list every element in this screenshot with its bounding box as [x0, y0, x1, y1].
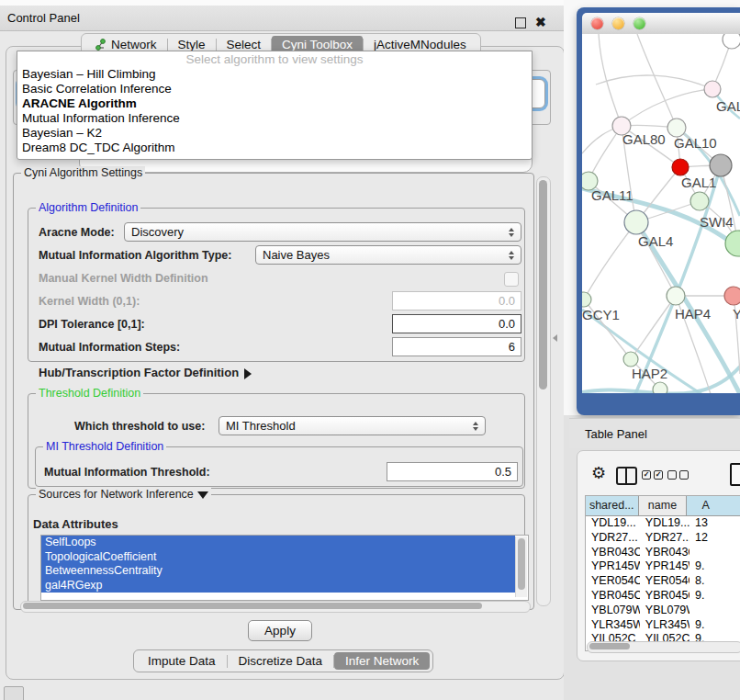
sources-legend[interactable]: Sources for Network Inference	[36, 488, 211, 501]
splitter-collapse-icon[interactable]	[553, 334, 557, 342]
kernel-width-input[interactable]: 0.0	[392, 291, 521, 310]
manual-kernel-width-checkbox[interactable]	[504, 272, 519, 287]
network-node[interactable]	[724, 287, 740, 305]
column-header[interactable]: A	[687, 496, 740, 515]
expander-arrow-icon	[244, 368, 252, 379]
mi-algorithm-type-select[interactable]: Naive Bayes	[255, 245, 521, 265]
network-node[interactable]	[653, 382, 667, 393]
table-row[interactable]: YBL079WYBL079W	[586, 604, 740, 618]
bottom-tab-infer-network[interactable]: Infer Network	[334, 652, 430, 670]
attribute-item[interactable]: gal4RGexp	[41, 579, 515, 593]
network-node[interactable]	[667, 287, 685, 305]
attribute-item[interactable]: SelfLoops	[41, 536, 515, 550]
algorithm-option[interactable]: ARACNE Algorithm	[17, 96, 532, 111]
table-cell: YBR045C	[640, 589, 690, 604]
network-node[interactable]	[667, 119, 686, 137]
network-node[interactable]	[723, 34, 740, 49]
table-row[interactable]: YPR145WYPR145W9.	[586, 559, 740, 574]
mi-threshold-input[interactable]: 0.5	[387, 462, 518, 481]
spinner-icon	[473, 422, 478, 431]
scrollbar-thumb[interactable]	[539, 180, 547, 390]
mi-steps-input[interactable]: 6	[392, 337, 521, 356]
scrollbar-thumb[interactable]	[589, 643, 630, 649]
mi-algorithm-type-label: Mutual Information Algorithm Type:	[39, 249, 231, 262]
columns-icon-divider	[625, 469, 627, 483]
table-row[interactable]: YBR045CYBR045C9.	[586, 589, 740, 604]
tab-label: Select	[227, 38, 262, 51]
scrollbar-thumb[interactable]	[518, 538, 525, 590]
network-node[interactable]	[624, 210, 648, 234]
table-row[interactable]: YDL19...YDL19...13	[586, 516, 740, 531]
document-icon[interactable]	[730, 463, 740, 486]
sources-legend-text: Sources for Network Inference	[39, 488, 194, 501]
columns-icon[interactable]	[616, 467, 637, 485]
node-attribute-table[interactable]: shared...nameA YDL19...YDL19...13YDR27..…	[585, 495, 740, 651]
data-attributes-label: Data Attributes	[33, 517, 118, 531]
table-row[interactable]: YDR27...YDR27...12	[586, 531, 740, 546]
attribute-item[interactable]: BetweennessCentrality	[41, 564, 515, 579]
checked-boxes-icon[interactable]: ✓✓	[642, 470, 663, 480]
node-label: GAL4	[638, 233, 673, 249]
node-label: Y	[733, 306, 740, 322]
zoom-traffic-light-icon[interactable]	[633, 17, 645, 29]
algorithm-option[interactable]: Basic Correlation Inference	[17, 82, 532, 96]
close-icon[interactable]: ✖	[535, 15, 546, 29]
dpi-tolerance-input[interactable]: 0.0	[392, 314, 521, 333]
algorithm-option[interactable]: Bayesian – K2	[17, 126, 532, 141]
algorithm-option[interactable]: Mutual Information Inference	[17, 111, 532, 126]
table-row[interactable]: YBR043CYBR043C	[586, 546, 740, 560]
tab-label: Network	[111, 38, 157, 51]
algorithm-option[interactable]: Bayesian – Hill Climbing	[17, 67, 532, 82]
table-horizontal-scrollbar[interactable]	[587, 641, 740, 653]
aracne-mode-select[interactable]: Discovery	[124, 222, 521, 242]
table-row[interactable]: YLR345WYLR345W9.	[586, 618, 740, 633]
apply-button[interactable]: Apply	[248, 620, 312, 641]
data-attributes-list[interactable]: SelfLoopsTopologicalCoefficientBetweenne…	[40, 535, 529, 601]
aracne-mode-value: Discovery	[131, 225, 184, 239]
network-edge	[637, 34, 677, 128]
unchecked-boxes-icon[interactable]	[667, 470, 689, 480]
table-cell: YBR043C	[640, 546, 690, 560]
column-header[interactable]: shared...	[586, 496, 639, 515]
network-node[interactable]	[582, 292, 591, 307]
panel-horizontal-scrollbar[interactable]	[20, 601, 531, 613]
table-row[interactable]: YER054CYER054C8.	[586, 574, 740, 589]
network-node[interactable]	[710, 154, 732, 176]
table-header-row: shared...nameA	[586, 496, 740, 516]
close-traffic-light-icon[interactable]	[591, 17, 603, 29]
algorithm-option[interactable]: Dream8 DC_TDC Algorithm	[17, 141, 532, 155]
network-node[interactable]	[704, 81, 721, 97]
tab-label: jActiveMNodules	[374, 38, 466, 51]
scrollbar-thumb[interactable]	[23, 603, 482, 609]
network-node[interactable]	[623, 352, 638, 367]
which-threshold-select[interactable]: MI Threshold	[219, 416, 486, 435]
float-window-icon[interactable]	[515, 17, 526, 28]
column-header[interactable]: name	[639, 496, 688, 515]
panel-vertical-scrollbar[interactable]	[536, 176, 551, 606]
hub-definition-expander[interactable]: Hub/Transcription Factor Definition	[39, 366, 252, 379]
threshold-definition-legend: Threshold Definition	[36, 387, 143, 400]
network-window-titlebar[interactable]	[582, 13, 740, 35]
network-node[interactable]	[725, 231, 740, 256]
panel-corner-grip[interactable]	[4, 686, 24, 700]
application-root: Control Panel ✖ NetworkStyleSelectCyni T…	[0, 0, 740, 700]
network-canvas[interactable]: GALGAL80GAL10GAL1GAL11SWI4GAL4GCY1HAP4YH…	[582, 34, 740, 393]
bottom-tab-discretize-data[interactable]: Discretize Data	[228, 652, 334, 670]
network-node[interactable]	[672, 159, 689, 175]
table-cell: 13	[690, 516, 740, 531]
attribute-item[interactable]: TopologicalCoefficient	[41, 550, 515, 565]
node-label: GAL	[716, 98, 740, 114]
bottom-tab-impute-data[interactable]: Impute Data	[137, 652, 227, 670]
table-cell: YLR345W	[586, 618, 640, 633]
kernel-width-label: Kernel Width (0,1):	[39, 295, 140, 308]
attribute-list-scrollbar[interactable]	[515, 536, 527, 597]
node-label: GAL10	[674, 135, 717, 151]
mi-algorithm-type-value: Naive Bayes	[263, 248, 330, 262]
network-edge	[596, 75, 712, 89]
network-node[interactable]	[690, 192, 709, 210]
hub-definition-label: Hub/Transcription Factor Definition	[39, 366, 239, 379]
network-view-window[interactable]: GALGAL80GAL10GAL1GAL11SWI4GAL4GCY1HAP4YH…	[577, 7, 740, 415]
gear-icon[interactable]: ⚙	[591, 465, 606, 481]
minimize-traffic-light-icon[interactable]	[612, 17, 624, 29]
table-cell: YER054C	[586, 574, 640, 589]
